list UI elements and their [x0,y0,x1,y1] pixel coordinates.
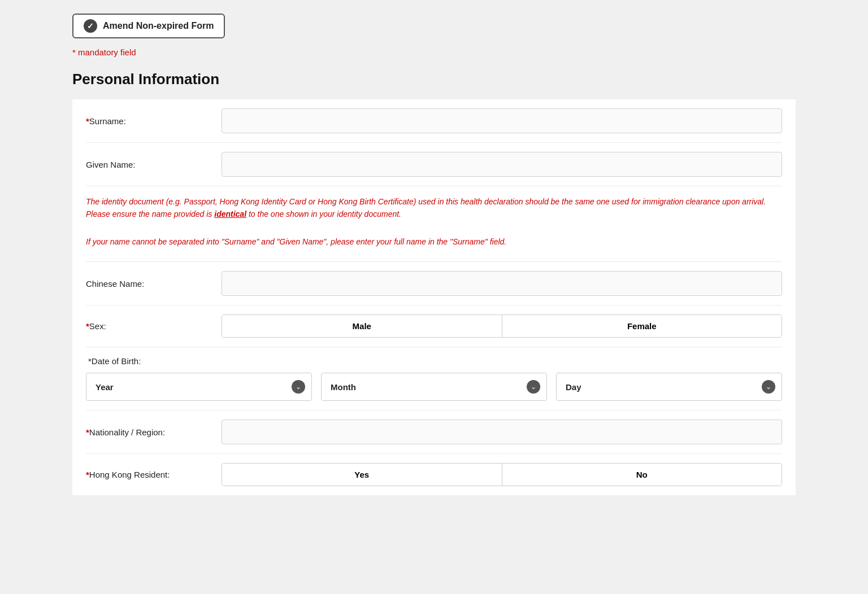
dob-day-select[interactable]: Day [556,373,782,401]
hk-resident-label: *Hong Kong Resident: [86,470,222,479]
sex-male-button[interactable]: Male [222,315,502,337]
nationality-input[interactable] [222,420,782,444]
hk-no-button[interactable]: No [502,464,782,486]
chinese-name-input[interactable] [222,271,782,296]
section-title: Personal Information [72,71,796,88]
surname-input[interactable] [222,108,782,133]
surname-label: *Surname: [86,116,222,126]
dob-dropdowns: Year ⌄ Month ⌄ Day ⌄ [86,373,782,401]
sex-field: Male Female [222,315,782,338]
identity-info-text-2: If your name cannot be separated into "S… [86,229,782,252]
hk-resident-field: Yes No [222,463,782,486]
identity-info-block: The identity document (e.g. Passport, Ho… [86,186,782,262]
hk-resident-row: *Hong Kong Resident: Yes No [86,454,782,495]
nationality-label: *Nationality / Region: [86,427,222,437]
personal-info-form: *Surname: Given Name: The identity docum… [72,99,796,495]
nationality-row: *Nationality / Region: [86,410,782,454]
amend-form-button[interactable]: ✓ Amend Non-expired Form [72,14,225,38]
hk-resident-toggle-group: Yes No [222,463,782,486]
sex-row: *Sex: Male Female [86,305,782,347]
sex-toggle-group: Male Female [222,315,782,338]
chinese-name-label: Chinese Name: [86,279,222,289]
sex-female-button[interactable]: Female [502,315,782,337]
given-name-field [222,152,782,177]
given-name-input[interactable] [222,152,782,177]
dob-year-dropdown: Year ⌄ [86,373,312,401]
given-name-label: Given Name: [86,160,222,169]
given-name-row: Given Name: [86,143,782,186]
surname-row: *Surname: [86,99,782,143]
hk-yes-button[interactable]: Yes [222,464,502,486]
sex-label: *Sex: [86,321,222,331]
dob-year-select[interactable]: Year [86,373,312,401]
dob-month-dropdown: Month ⌄ [321,373,547,401]
dob-month-select[interactable]: Month [321,373,547,401]
check-icon: ✓ [84,19,97,33]
amend-form-label: Amend Non-expired Form [103,21,214,31]
surname-field [222,108,782,133]
mandatory-note: * mandatory field [72,47,796,57]
identity-info-text: The identity document (e.g. Passport, Ho… [86,189,782,225]
chinese-name-row: Chinese Name: [86,262,782,305]
chinese-name-field [222,271,782,296]
nationality-field [222,420,782,444]
dob-section: *Date of Birth: Year ⌄ Month ⌄ [86,347,782,410]
dob-day-dropdown: Day ⌄ [556,373,782,401]
dob-label: *Date of Birth: [86,356,782,366]
